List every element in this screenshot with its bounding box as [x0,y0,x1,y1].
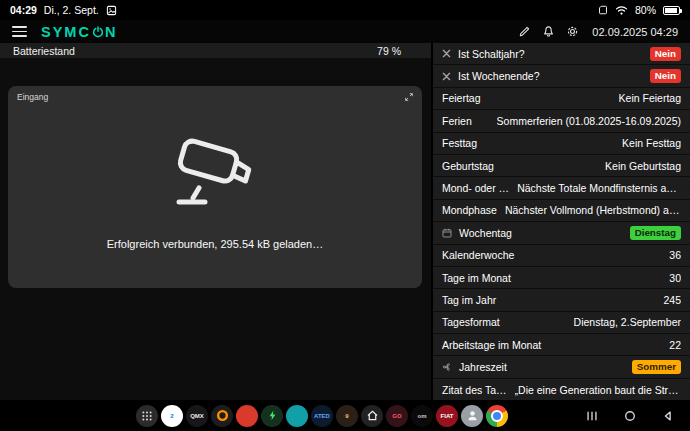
battery-row-label: Batteriestand [13,45,75,57]
row-value: 30 [669,272,681,284]
expand-icon[interactable] [404,92,414,102]
content-area: Batteriestand 79 % Eingang [0,43,690,400]
row-value: Kein Festtag [622,137,681,149]
app-chrome[interactable] [486,405,508,427]
row-value: 245 [663,294,681,306]
variables-list: Ist Schaltjahr?NeinIst Wochenende?NeinFe… [433,43,690,400]
dashboard-panel: Batteriestand 79 % Eingang [0,43,433,400]
variable-row[interactable]: FeiertagKein Feiertag [433,88,690,109]
power-icon [92,26,104,38]
row-label: Mondphase [442,204,497,216]
row-value: Nächster Vollmond (Herbstmond) am 07… [505,204,681,216]
row-label: Tag im Jahr [442,294,496,306]
variable-row[interactable]: Zitat des Ta…„Die eine Generation baut d… [433,379,690,400]
app-ated[interactable]: ATED [311,405,333,427]
row-value: 36 [669,249,681,261]
x-icon [442,72,451,81]
variable-row[interactable]: WochentagDienstag [433,222,690,243]
row-label: Ist Wochenende? [458,70,540,82]
battery-icon [663,6,680,15]
row-value: Sommerferien (01.08.2025-16.09.2025) [497,115,681,127]
row-label: Festtag [442,137,477,149]
status-badge: Dienstag [630,226,681,240]
row-label: Geburtstag [442,160,494,172]
variable-row[interactable]: JahreszeitSommer [433,356,690,377]
app-go[interactable]: GO [386,405,408,427]
row-label: Mond- oder … [442,182,509,194]
variable-row[interactable]: MondphaseNächster Vollmond (Herbstmond) … [433,200,690,221]
app-orange-ring[interactable] [211,405,233,427]
tablet-screen: 04:29 Di., 2. Sept. 80% SYMC [0,0,690,431]
variable-row[interactable]: Tage im Monat30 [433,267,690,288]
battery-percent: 80% [635,4,656,16]
recents-button[interactable] [586,410,598,422]
variable-row[interactable]: Mond- oder …Nächste Totale Mondfinsterni… [433,177,690,198]
battery-level-row[interactable]: Batteriestand 79 % [0,43,431,58]
row-value: 22 [669,339,681,351]
row-value: „Die eine Generation baut die Straße, a… [515,384,681,396]
navigation-buttons [586,410,674,422]
row-value: Kein Feiertag [619,92,681,104]
menu-icon[interactable] [12,26,27,36]
app-teal[interactable] [286,405,308,427]
status-date: Di., 2. Sept. [44,4,99,16]
app-contacts[interactable] [461,405,483,427]
symcon-logo: SYMC N [41,24,117,40]
sd-card-icon [598,5,608,15]
logo-text-left: SYMC [41,24,91,40]
x-icon [442,49,451,58]
variable-row[interactable]: Kalenderwoche36 [433,245,690,266]
status-badge: Nein [650,69,681,83]
app-header: SYMC N 02.09.2025 04:29 [0,20,690,43]
row-label: Zitat des Ta… [442,384,507,396]
variable-row[interactable]: Ist Schaltjahr?Nein [433,43,690,64]
android-status-bar: 04:29 Di., 2. Sept. 80% [0,0,690,20]
camera-card-title: Eingang [17,92,48,102]
row-value: Dienstag, 2.September [574,316,681,328]
variable-row[interactable]: Tag im Jahr245 [433,289,690,310]
row-label: Jahreszeit [459,361,507,373]
camera-status-text: Erfolgreich verbunden, 295.54 kB geladen… [107,238,323,250]
app-qmx[interactable]: QMX [186,405,208,427]
row-label: Tage im Monat [442,272,511,284]
row-label: Kalenderwoche [442,249,514,261]
app-drawer-button[interactable] [136,405,158,427]
status-badge: Nein [650,47,681,61]
app-om[interactable]: om [411,405,433,427]
calendar-icon [442,228,452,238]
row-label: Wochentag [459,227,512,239]
battery-row-value: 79 % [377,45,401,57]
row-label: Feiertag [442,92,481,104]
row-label: Arbeitstage im Monat [442,339,541,351]
app-smarthome[interactable] [361,405,383,427]
gear-icon[interactable] [566,25,579,38]
bell-icon[interactable] [542,25,555,38]
screenshot-icon [106,5,117,16]
app-messages[interactable]: 2 [161,405,183,427]
variable-row[interactable]: GeburtstagKein Geburtstag [433,155,690,176]
app-nine[interactable]: 9 [336,405,358,427]
variable-row[interactable]: Ist Wochenende?Nein [433,65,690,86]
row-value: Nächste Totale Mondfinsternis am 07.09… [517,182,681,194]
app-red[interactable] [236,405,258,427]
app-fiat[interactable]: FIAT [436,405,458,427]
back-button[interactable] [662,410,674,422]
row-value: Kein Geburtstag [605,160,681,172]
row-label: Ist Schaltjahr? [458,48,525,60]
variable-row[interactable]: FesttagKein Festtag [433,133,690,154]
variable-row[interactable]: TagesformatDienstag, 2.September [433,312,690,333]
row-label: Tagesformat [442,316,500,328]
edit-icon[interactable] [518,25,531,38]
app-energy[interactable] [261,405,283,427]
variable-row[interactable]: Arbeitstage im Monat22 [433,334,690,355]
camera-icon [165,132,265,214]
status-time: 04:29 [10,4,37,16]
header-datetime: 02.09.2025 04:29 [592,26,678,38]
home-button[interactable] [624,410,636,422]
variable-row[interactable]: FerienSommerferien (01.08.2025-16.09.202… [433,110,690,131]
wifi-icon [615,5,628,16]
fan-icon [442,362,452,372]
status-badge: Sommer [632,360,681,374]
camera-card[interactable]: Eingang Erfolgreich verbunden, 295.54 kB [8,86,422,288]
logo-text-right: N [105,24,117,40]
